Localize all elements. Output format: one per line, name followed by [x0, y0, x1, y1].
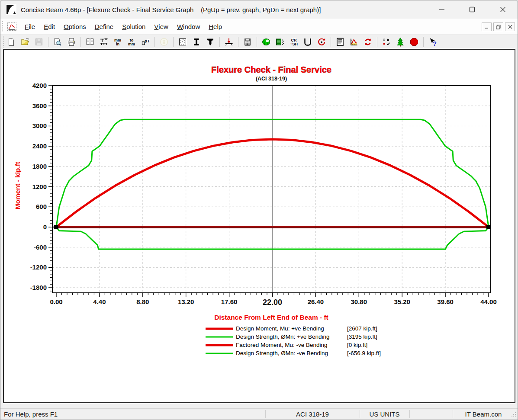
menu-options[interactable]: Options	[59, 19, 90, 34]
design-checks-button[interactable]	[380, 36, 393, 48]
graph-view-icon	[349, 37, 359, 47]
new-document-icon	[6, 37, 16, 47]
x-tick-label: 17.60	[221, 298, 238, 305]
print-icon	[67, 37, 76, 47]
refresh-analysis-icon	[363, 37, 373, 47]
concrete-material-icon	[178, 37, 187, 47]
creep-shrinkage-button[interactable]: CR+SH	[287, 36, 300, 48]
app-window: Concise Beam 4.66p - [Flexure Check - Fi…	[0, 0, 518, 420]
x-tick-label: 30.80	[351, 298, 367, 305]
mm-in-units-icon: mmin	[113, 37, 122, 47]
status-bar: For Help, press F1 ACI 318-19 US UNITS I…	[0, 408, 518, 420]
mm-in-units-button[interactable]: mmin	[111, 36, 124, 48]
channel-section-icon	[303, 37, 312, 47]
toolbar-separator	[423, 37, 424, 47]
chart-title: Flexure Check - Final Service	[211, 65, 331, 74]
toolbar-separator	[219, 37, 220, 47]
toolbar-separator	[377, 37, 377, 47]
graph-view-button[interactable]	[347, 36, 360, 48]
tee-beam-section-icon	[206, 37, 215, 47]
i-beam-section-button[interactable]	[190, 36, 203, 48]
status-units: US UNITS	[360, 409, 409, 420]
concrete-material-button[interactable]	[176, 36, 189, 48]
menu-help[interactable]: Help	[204, 19, 226, 34]
status-help: For Help, press F1	[4, 409, 58, 420]
refresh-analysis-button[interactable]	[361, 36, 374, 48]
open-file-button[interactable]	[19, 36, 32, 48]
menu-file[interactable]: File	[20, 19, 39, 34]
svg-text:mm: mm	[128, 42, 135, 46]
child-restore-button[interactable]	[493, 22, 503, 31]
child-close-button[interactable]	[505, 22, 515, 31]
legend-label: Factored Moment, Mu: -ve Bending	[236, 342, 328, 348]
report-book-button[interactable]	[84, 36, 97, 48]
svg-text:?: ?	[433, 40, 437, 47]
beam-dimensions-button[interactable]	[97, 36, 110, 48]
svg-text:to: to	[130, 38, 134, 42]
legend-label: Design Moment, Mu: +ve Bending	[236, 325, 324, 332]
menu-solution[interactable]: Solution	[118, 19, 150, 34]
report-document-button[interactable]	[334, 36, 347, 48]
report-document-icon	[335, 37, 345, 47]
new-document-button[interactable]	[5, 36, 18, 48]
child-restore-icon	[496, 25, 501, 29]
menubar-gripper	[1, 21, 3, 32]
toolbar-separator	[173, 37, 174, 47]
units-pT-button[interactable]: pT	[139, 36, 152, 48]
loads-button[interactable]	[222, 36, 235, 48]
toolbar-separator	[80, 37, 81, 47]
toolbar-separator	[48, 37, 48, 47]
y-tick-label: 3600	[32, 102, 47, 109]
maximize-button[interactable]	[462, 0, 482, 18]
tree-view-button[interactable]	[394, 36, 407, 48]
x-tick-label: 44.00	[480, 298, 497, 305]
creep-shrinkage-icon: CR+SH	[289, 37, 299, 47]
legend-value: [-656.9 kip.ft]	[347, 350, 381, 356]
menu-define[interactable]: Define	[90, 19, 118, 34]
rotate-section-button[interactable]	[315, 36, 328, 48]
svg-text:in: in	[116, 42, 119, 46]
menu-edit[interactable]: Edit	[39, 19, 59, 34]
section-properties-button[interactable]	[260, 36, 273, 48]
graph-window-icon[interactable]	[7, 22, 17, 32]
resize-grip[interactable]	[511, 411, 517, 419]
print-button[interactable]	[65, 36, 78, 48]
child-minimize-button[interactable]	[482, 22, 492, 31]
channel-section-button[interactable]	[301, 36, 314, 48]
x-tick-label: 22.00	[263, 298, 282, 307]
menu-window[interactable]: Window	[173, 19, 204, 34]
y-tick-label: 600	[36, 203, 47, 210]
status-file: IT Beam.con	[453, 409, 514, 420]
menu-view[interactable]: View	[150, 19, 173, 34]
toolbar-gripper	[2, 36, 4, 48]
print-preview-button[interactable]	[51, 36, 64, 48]
rotate-section-icon	[317, 37, 326, 47]
convert-to-mm-button[interactable]: tomm	[125, 36, 138, 48]
x-tick-label: 26.40	[308, 298, 324, 305]
tee-beam-section-button[interactable]	[204, 36, 217, 48]
context-help-button[interactable]: ?	[426, 36, 439, 48]
x-tick-label: 0.00	[50, 298, 62, 305]
info-button[interactable]	[158, 36, 171, 48]
save-file-button[interactable]	[32, 36, 45, 48]
maximize-icon	[469, 6, 475, 13]
close-icon	[500, 6, 506, 13]
info-icon	[159, 37, 169, 47]
y-axis-title: Moment - kip.ft	[14, 162, 21, 209]
close-button[interactable]	[493, 0, 513, 18]
svg-text:CR: CR	[291, 38, 297, 42]
minimize-button[interactable]	[432, 0, 452, 18]
toolbar-separator	[238, 37, 238, 47]
save-file-icon	[34, 37, 44, 47]
svg-text:mm: mm	[114, 38, 121, 42]
y-tick-label: 0	[43, 223, 47, 231]
stop-analysis-button[interactable]	[408, 36, 421, 48]
open-file-icon	[20, 37, 30, 47]
y-tick-label: -1200	[30, 263, 47, 271]
prestress-strands-button[interactable]	[273, 36, 286, 48]
toolbar: mmintommpTCR+SH?	[0, 35, 518, 49]
app-logo-icon	[6, 4, 16, 15]
section-properties-icon	[261, 37, 271, 47]
calculator-button[interactable]	[241, 36, 254, 48]
y-tick-label: 4200	[32, 82, 47, 89]
